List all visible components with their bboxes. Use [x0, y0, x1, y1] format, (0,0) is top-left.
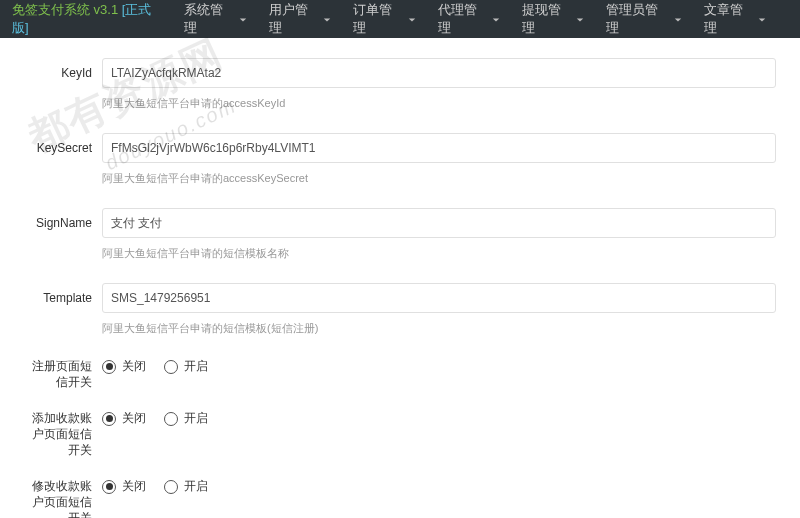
switch-label: 注册页面短信开关 — [24, 358, 92, 390]
nav-label: 管理员管理 — [606, 1, 669, 37]
radio-icon — [164, 480, 178, 494]
keysecret-input[interactable] — [102, 133, 776, 163]
radio-on[interactable]: 开启 — [164, 478, 208, 495]
keyid-label: KeyId — [24, 58, 92, 80]
radio-icon — [102, 360, 116, 374]
switch-options: 关闭开启 — [102, 410, 208, 427]
keysecret-hint: 阿里大鱼短信平台申请的accessKeySecret — [102, 171, 776, 186]
radio-icon — [102, 480, 116, 494]
keyid-input[interactable] — [102, 58, 776, 88]
brand-name: 免签支付系统 v3.1 — [12, 2, 118, 17]
nav-article-manage[interactable]: 文章管理 — [704, 1, 766, 37]
radio-text: 开启 — [184, 478, 208, 495]
radio-text: 开启 — [184, 358, 208, 375]
radio-text: 开启 — [184, 410, 208, 427]
radio-off[interactable]: 关闭 — [102, 358, 146, 375]
nav-order-manage[interactable]: 订单管理 — [353, 1, 415, 37]
switch-label: 修改收款账户页面短信开关 — [24, 478, 92, 518]
nav-system-manage[interactable]: 系统管理 — [184, 1, 246, 37]
signname-hint: 阿里大鱼短信平台申请的短信模板名称 — [102, 246, 776, 261]
signname-input[interactable] — [102, 208, 776, 238]
top-navigation: 免签支付系统 v3.1 [正式版] 系统管理 用户管理 订单管理 代理管理 提现… — [0, 0, 800, 38]
chevron-down-icon — [323, 12, 331, 27]
switch-options: 关闭开启 — [102, 478, 208, 495]
nav-label: 代理管理 — [438, 1, 488, 37]
keysecret-label: KeySecret — [24, 133, 92, 155]
nav-user-manage[interactable]: 用户管理 — [269, 1, 331, 37]
radio-text: 关闭 — [122, 358, 146, 375]
brand-title: 免签支付系统 v3.1 [正式版] — [12, 1, 164, 37]
nav-label: 文章管理 — [704, 1, 754, 37]
chevron-down-icon — [576, 12, 584, 27]
switch-options: 关闭开启 — [102, 358, 208, 375]
signname-label: SignName — [24, 208, 92, 230]
nav-label: 订单管理 — [353, 1, 403, 37]
switch-row: 注册页面短信开关关闭开启 — [24, 358, 776, 390]
chevron-down-icon — [758, 12, 766, 27]
radio-on[interactable]: 开启 — [164, 358, 208, 375]
radio-icon — [164, 360, 178, 374]
template-hint: 阿里大鱼短信平台申请的短信模板(短信注册) — [102, 321, 776, 336]
template-label: Template — [24, 283, 92, 305]
chevron-down-icon — [408, 12, 416, 27]
chevron-down-icon — [492, 12, 500, 27]
radio-off[interactable]: 关闭 — [102, 478, 146, 495]
template-input[interactable] — [102, 283, 776, 313]
nav-label: 提现管理 — [522, 1, 572, 37]
keyid-hint: 阿里大鱼短信平台申请的accessKeyId — [102, 96, 776, 111]
nav-agent-manage[interactable]: 代理管理 — [438, 1, 500, 37]
switch-row: 修改收款账户页面短信开关关闭开启 — [24, 478, 776, 518]
radio-icon — [102, 412, 116, 426]
radio-on[interactable]: 开启 — [164, 410, 208, 427]
nav-label: 系统管理 — [184, 1, 234, 37]
nav-withdraw-manage[interactable]: 提现管理 — [522, 1, 584, 37]
switch-label: 添加收款账户页面短信开关 — [24, 410, 92, 458]
nav-label: 用户管理 — [269, 1, 319, 37]
chevron-down-icon — [674, 12, 682, 27]
radio-text: 关闭 — [122, 478, 146, 495]
radio-off[interactable]: 关闭 — [102, 410, 146, 427]
chevron-down-icon — [239, 12, 247, 27]
radio-icon — [164, 412, 178, 426]
switch-row: 添加收款账户页面短信开关关闭开启 — [24, 410, 776, 458]
nav-admin-manage[interactable]: 管理员管理 — [606, 1, 681, 37]
radio-text: 关闭 — [122, 410, 146, 427]
form-content: 都有资源网 douyouo.com KeyId 阿里大鱼短信平台申请的acces… — [0, 38, 800, 518]
